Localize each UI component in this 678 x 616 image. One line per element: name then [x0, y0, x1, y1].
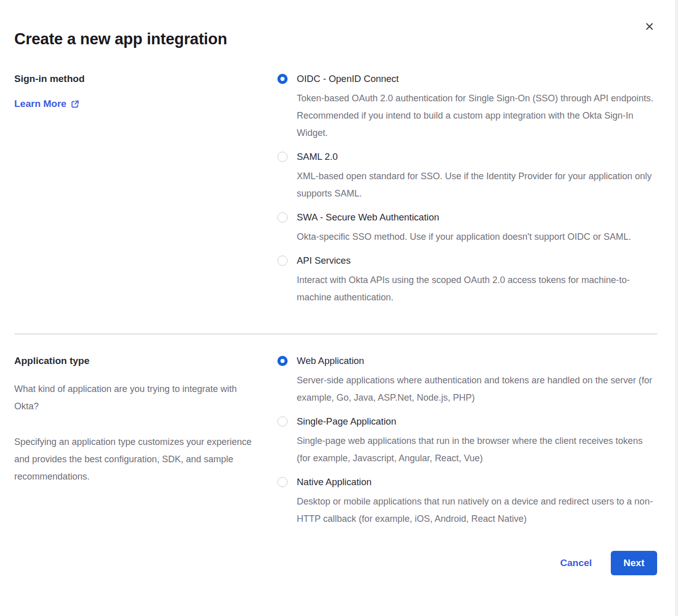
create-app-integration-dialog: Create a new app integration Sign-in met…: [0, 0, 675, 616]
radio-saml[interactable]: [277, 152, 288, 162]
cancel-button[interactable]: Cancel: [560, 557, 592, 569]
signin-method-heading: Sign-in method: [14, 73, 267, 85]
next-button[interactable]: Next: [611, 551, 657, 575]
dialog-title: Create a new app integration: [14, 30, 657, 49]
option-web-application-label[interactable]: Web Application: [297, 355, 657, 367]
option-web-application[interactable]: Web Application Server-side applications…: [277, 355, 657, 406]
signin-options-group: OIDC - OpenID Connect Token-based OAuth …: [277, 73, 657, 306]
application-type-heading: Application type: [14, 355, 267, 367]
application-type-intro: What kind of application are you trying …: [14, 380, 258, 415]
radio-web-application[interactable]: [277, 356, 288, 366]
learn-more-link[interactable]: Learn More: [14, 98, 79, 109]
application-type-section: Application type What kind of applicatio…: [14, 355, 657, 527]
option-swa-description: Okta-specific SSO method. Use if your ap…: [297, 228, 657, 245]
option-swa[interactable]: SWA - Secure Web Authentication Okta-spe…: [277, 211, 657, 245]
option-web-application-description: Server-side applications where authentic…: [297, 372, 657, 406]
option-saml-description: XML-based open standard for SSO. Use if …: [297, 167, 657, 202]
external-link-icon: [71, 100, 79, 108]
radio-single-page-application[interactable]: [277, 416, 288, 427]
option-swa-label[interactable]: SWA - Secure Web Authentication: [297, 211, 657, 223]
option-oidc[interactable]: OIDC - OpenID Connect Token-based OAuth …: [277, 73, 657, 142]
option-native-application-label[interactable]: Native Application: [297, 476, 657, 488]
learn-more-label: Learn More: [14, 98, 66, 109]
option-oidc-description: Token-based OAuth 2.0 authentication for…: [297, 90, 657, 142]
option-single-page-application-label[interactable]: Single-Page Application: [297, 415, 657, 428]
option-saml-label[interactable]: SAML 2.0: [297, 151, 657, 163]
option-single-page-application-description: Single-page web applications that run in…: [297, 432, 657, 467]
option-native-application-description: Desktop or mobile applications that run …: [297, 493, 657, 527]
section-divider: [14, 333, 657, 334]
application-type-note: Specifying an application type customize…: [14, 433, 258, 485]
application-type-options-group: Web Application Server-side applications…: [277, 355, 657, 527]
option-single-page-application[interactable]: Single-Page Application Single-page web …: [277, 415, 657, 467]
close-button[interactable]: [642, 19, 657, 34]
option-oidc-label[interactable]: OIDC - OpenID Connect: [297, 73, 657, 85]
dialog-footer: Cancel Next: [14, 551, 657, 575]
option-api-services-label[interactable]: API Services: [297, 255, 657, 267]
option-saml[interactable]: SAML 2.0 XML-based open standard for SSO…: [277, 151, 657, 202]
radio-api-services[interactable]: [277, 256, 288, 266]
option-native-application[interactable]: Native Application Desktop or mobile app…: [277, 476, 657, 527]
radio-oidc[interactable]: [277, 74, 288, 84]
option-api-services-description: Interact with Okta APIs using the scoped…: [297, 271, 657, 306]
scrollbar-gutter[interactable]: [675, 0, 678, 616]
signin-method-section: Sign-in method Learn More OIDC - OpenID …: [14, 73, 657, 306]
radio-native-application[interactable]: [277, 477, 288, 487]
close-icon: [645, 22, 654, 31]
option-api-services[interactable]: API Services Interact with Okta APIs usi…: [277, 255, 657, 306]
radio-swa[interactable]: [277, 212, 288, 222]
